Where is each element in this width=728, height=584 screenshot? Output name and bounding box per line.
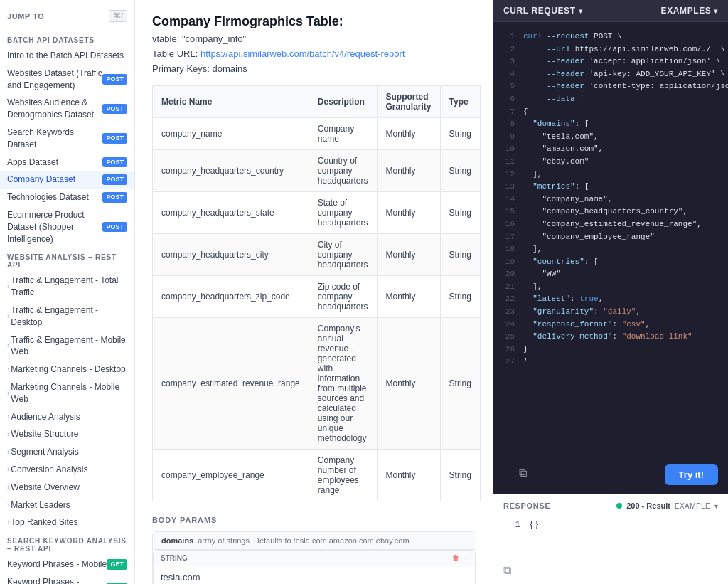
sidebar-item-label-1-2: Traffic & Engagement - Mobile Web xyxy=(11,334,127,359)
sidebar-arrow-icon: › xyxy=(7,282,9,292)
table-cell-2-0: company_headquarters_state xyxy=(153,192,309,234)
page-title: Company Firmographics Table: xyxy=(152,14,476,29)
curl-chevron-icon: ▾ xyxy=(579,7,583,15)
copy-code-button[interactable]: ⧉ xyxy=(513,464,532,482)
sidebar-item-0-7[interactable]: Ecommerce Product Dataset (Shopper Intel… xyxy=(0,206,134,248)
examples-button[interactable]: EXAMPLES ▾ xyxy=(661,6,718,16)
code-text-6: { xyxy=(523,106,718,119)
line-num-16: 17 xyxy=(503,231,515,244)
sidebar-item-1-1[interactable]: › Traffic & Engagement - Desktop xyxy=(0,302,134,331)
sidebar-badge-0-4: POST xyxy=(102,157,127,168)
sidebar-item-0-0[interactable]: Intro to the Batch API Datasets xyxy=(0,47,134,65)
table-cell-1-2: Monthly xyxy=(377,150,440,192)
sidebar-arrow-icon: › xyxy=(7,447,9,457)
sidebar-item-1-9[interactable]: › Website Overview xyxy=(0,479,134,497)
table-cell-4-0: company_headquarters_zip_code xyxy=(153,276,309,318)
response-copy-button[interactable]: ⧉ xyxy=(503,564,511,577)
sidebar-item-2-1[interactable]: Keyword Phrases - DesktopGET xyxy=(0,573,134,584)
trash-icon[interactable]: 🗑 xyxy=(452,554,459,562)
sidebar-item-1-3[interactable]: › Marketing Channels - Desktop xyxy=(0,361,134,378)
code-line-23: 24 "response_format": "csv", xyxy=(503,319,718,331)
sidebar-arrow-icon: › xyxy=(7,464,9,474)
line-num-20: 21 xyxy=(503,281,515,294)
sidebar-item-0-1[interactable]: Websites Dataset (Traffic and Engagement… xyxy=(0,65,134,95)
line-num-3: 4 xyxy=(503,68,515,81)
response-header: RESPONSE 200 - Result EXAMPLE ▾ xyxy=(503,501,718,510)
sidebar-item-label-0-7: Ecommerce Product Dataset (Shopper Intel… xyxy=(7,209,102,245)
sidebar-item-0-6[interactable]: Technologies DatasetPOST xyxy=(0,189,134,206)
line-num-5: 6 xyxy=(503,93,515,106)
right-panel: CURL REQUEST ▾ EXAMPLES ▾ 1curl --reques… xyxy=(493,0,728,584)
sidebar-item-1-7[interactable]: › Segment Analysis xyxy=(0,443,134,461)
table-cell-0-2: Monthly xyxy=(377,118,440,150)
line-num-13: 14 xyxy=(503,193,515,206)
response-chevron-icon: ▾ xyxy=(714,502,718,510)
table-header-3: Type xyxy=(440,86,480,118)
code-line-3: 4 --header 'api-key: ADD_YOUR_API_KEY' \ xyxy=(503,68,718,81)
sidebar-item-1-8[interactable]: › Conversion Analysis xyxy=(0,461,134,479)
code-text-9: "amazon.com", xyxy=(523,143,718,156)
sidebar-item-0-5[interactable]: Company DatasetPOST xyxy=(0,171,134,189)
minus-icon[interactable]: − xyxy=(464,554,468,562)
table-cell-6-1: Company number of employees range xyxy=(309,450,377,501)
main-content: Company Firmographics Table: vtable: "co… xyxy=(135,0,493,584)
sidebar-item-0-4[interactable]: Apps DatasetPOST xyxy=(0,154,134,171)
code-line-1: 2 --url https://api.similarweb.com/./ \ xyxy=(503,43,718,56)
code-text-11: ], xyxy=(523,169,718,181)
string-input-0[interactable] xyxy=(161,572,468,583)
sidebar-badge-0-7: POST xyxy=(102,222,127,233)
table-url-link[interactable]: https://api.similarweb.com/batch/v4/requ… xyxy=(200,48,405,59)
vtable-label: vtable: "company_info" xyxy=(152,33,476,44)
code-block: 1curl --request POST \2 --url https://ap… xyxy=(493,22,728,458)
table-cell-4-1: Zip code of company headquarters xyxy=(309,276,377,318)
status-code: 200 - Result xyxy=(626,501,670,510)
sidebar-item-1-4[interactable]: › Marketing Channels - Mobile Web xyxy=(0,378,134,408)
code-text-8: "tesla.com", xyxy=(523,131,718,144)
sidebar-item-1-2[interactable]: › Traffic & Engagement - Mobile Web xyxy=(0,331,134,361)
sidebar-arrow-icon: › xyxy=(7,365,9,375)
code-line-16: 17 "company_employee_range" xyxy=(503,231,718,244)
line-num-14: 15 xyxy=(503,206,515,218)
table-header-1: Description xyxy=(309,86,377,118)
code-line-22: 23 "granularity": "daily", xyxy=(503,306,718,319)
sidebar-item-1-6[interactable]: › Website Structure xyxy=(0,425,134,443)
response-body: 1 {} xyxy=(503,516,718,558)
sidebar-item-1-10[interactable]: › Market Leaders xyxy=(0,497,134,514)
response-body-text: {} xyxy=(529,520,712,530)
sidebar-item-1-5[interactable]: › Audience Analysis xyxy=(0,408,134,426)
sidebar-item-label-1-9: Website Overview xyxy=(11,482,127,494)
table-cell-0-3: String xyxy=(440,118,480,150)
sidebar-item-label-1-6: Website Structure xyxy=(11,428,127,440)
table-cell-1-0: company_headquarters_country xyxy=(153,150,309,192)
table-cell-3-0: company_headquarters_city xyxy=(153,234,309,276)
code-text-20: ], xyxy=(523,281,718,294)
sidebar-item-1-11[interactable]: › Top Ranked Sites xyxy=(0,514,134,531)
sidebar-item-0-2[interactable]: Websites Audience & Demographics Dataset… xyxy=(0,94,134,124)
code-text-3: --header 'api-key: ADD_YOUR_API_KEY' \ xyxy=(523,68,725,81)
code-text-5: --data ' xyxy=(523,93,718,106)
sidebar-item-label-1-5: Audience Analysis xyxy=(11,411,127,423)
code-text-19: "WW" xyxy=(523,268,718,281)
try-it-button[interactable]: Try it! xyxy=(665,464,718,485)
line-num-11: 12 xyxy=(503,169,515,181)
sidebar-item-1-0[interactable]: › Traffic & Engagement - Total Traffic xyxy=(0,272,134,302)
code-line-11: 12 ], xyxy=(503,169,718,181)
code-text-22: "granularity": "daily", xyxy=(523,306,718,319)
table-cell-1-3: String xyxy=(440,150,480,192)
primary-keys: Primary Keys: domains xyxy=(152,63,476,74)
table-row: company_nameCompany nameMonthlyString xyxy=(153,118,481,150)
table-cell-1-1: Country of company headquarters xyxy=(309,150,377,192)
string-inputs-container: STRING🗑−STRING🗑−STRING🗑− xyxy=(153,550,476,584)
sidebar-item-0-3[interactable]: Search Keywords DatasetPOST xyxy=(0,124,134,154)
jump-to-label: JUMP TO xyxy=(7,12,44,21)
sidebar-arrow-icon: › xyxy=(7,312,9,322)
table-body: company_nameCompany nameMonthlyStringcom… xyxy=(153,118,481,501)
code-text-24: "delivery_method": "download_link" xyxy=(523,331,718,344)
sidebar-item-label-1-7: Segment Analysis xyxy=(11,446,127,458)
domains-param-header: domains array of strings Defaults to tes… xyxy=(153,532,476,550)
table-header-0: Metric Name xyxy=(153,86,309,118)
sidebar-item-2-0[interactable]: Keyword Phrases - MobileGET xyxy=(0,556,134,573)
sidebar-arrow-icon: › xyxy=(7,518,9,528)
code-text-17: ], xyxy=(523,243,718,256)
table-cell-6-2: Monthly xyxy=(377,450,440,501)
